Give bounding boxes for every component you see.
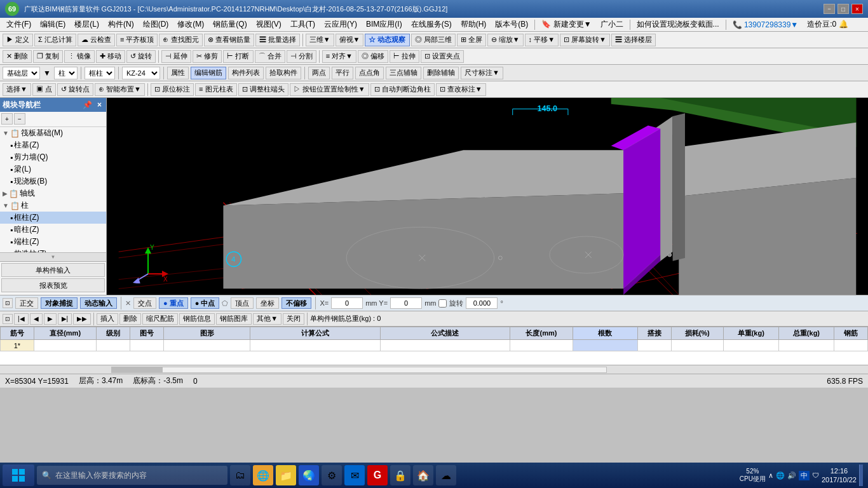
btn-nav-last[interactable]: ▶| [58, 313, 72, 325]
btn-dimension[interactable]: 尺寸标注▼ [461, 67, 503, 79]
sidebar-add-btn[interactable]: + [1, 113, 13, 125]
btn-point-mode[interactable]: ▣ 点 [32, 83, 56, 96]
minimize-button[interactable]: － [824, 4, 835, 14]
tray-show-desktop[interactable] [859, 464, 863, 486]
btn-rotate[interactable]: ↺ 旋转 [126, 50, 156, 63]
start-button[interactable] [3, 464, 34, 486]
btn-report-preview[interactable]: 报表预览 [1, 278, 105, 292]
btn-merge[interactable]: ⌒ 合并 [255, 50, 285, 63]
rebar-table-scrollbar[interactable] [0, 365, 868, 374]
btn-move[interactable]: ✚ 移动 [96, 50, 125, 63]
tree-item-column-base[interactable]: ▪柱基(Z) [0, 139, 106, 151]
taskbar-icon-g[interactable]: G [367, 465, 388, 485]
btn-coordinate[interactable]: 坐标 [256, 297, 279, 309]
btn-rebar-other[interactable]: 其他▼ [253, 313, 281, 325]
td-overlap[interactable] [637, 340, 671, 351]
taskbar-icon-settings[interactable]: ⚙ [322, 465, 342, 485]
taskbar-icon-ie[interactable]: 🌏 [299, 465, 319, 485]
btn-rebar-library[interactable]: 钢筋图库 [216, 313, 252, 325]
btn-pickup[interactable]: 拾取构件 [266, 67, 301, 79]
td-formula[interactable] [250, 340, 380, 351]
tree-item-foundations[interactable]: ▼📋筏板基础(M) [0, 127, 106, 139]
btn-view-rebar[interactable]: ⊗ 查看钢筋量 [204, 34, 254, 46]
btn-delete[interactable]: ✕ 删除 [3, 50, 32, 63]
tree-item-shear-wall-f[interactable]: ▪剪力墙(Q) [0, 151, 106, 163]
btn-mirror[interactable]: ⋮ 镜像 [64, 50, 95, 63]
btn-copy[interactable]: ❐ 复制 [33, 50, 63, 63]
btn-trim[interactable]: ✂ 修剪 [193, 50, 222, 63]
btn-single-input[interactable]: 单构件输入 [1, 263, 105, 277]
tray-arrow[interactable]: ∧ [768, 471, 773, 480]
taskbar-icon-view[interactable]: 🗂 [230, 465, 250, 485]
btn-break[interactable]: ⊢ 打断 [223, 50, 253, 63]
tree-item-beam-f[interactable]: ▪梁(L) [0, 163, 106, 175]
btn-zoom[interactable]: ⊖ 缩放▼ [487, 34, 524, 46]
btn-pan[interactable]: ↕ 平移▼ [525, 34, 559, 46]
btn-fullscreen[interactable]: ⊞ 全屏 [457, 34, 486, 46]
btn-point-angle[interactable]: 点点角 [355, 67, 384, 79]
btn-calculate[interactable]: Σ 汇总计算 [34, 34, 76, 46]
taskbar-icon-browser[interactable]: 🌐 [253, 465, 273, 485]
select-element-type[interactable]: 框柱 [85, 67, 115, 79]
input-x[interactable] [331, 297, 363, 309]
td-rebar-type[interactable] [834, 340, 868, 351]
menu-view[interactable]: 视图(V) [252, 18, 285, 30]
btn-nav-next[interactable]: ▶ [44, 313, 57, 325]
btn-attribute[interactable]: 属性 [167, 67, 189, 79]
menu-version[interactable]: 版本号(B) [491, 18, 532, 30]
btn-intersection[interactable]: 交点 [133, 297, 156, 309]
btn-select-mode[interactable]: 选择▼ [3, 83, 31, 96]
td-shape-no[interactable] [130, 340, 164, 351]
menu-component[interactable]: 构件(N) [104, 18, 138, 30]
btn-auto-corner[interactable]: ⊡ 自动判断边角柱 [370, 83, 435, 96]
btn-nav-forward[interactable]: ▶▶ [73, 313, 91, 325]
menu-help[interactable]: 帮助(H) [457, 18, 491, 30]
btn-top-view[interactable]: 俯视▼ [336, 34, 364, 46]
sidebar-scrollbar[interactable]: ▼ [0, 252, 106, 261]
btn-rotate-point[interactable]: ↺ 旋转点 [57, 83, 93, 96]
btn-adjust-column-end[interactable]: ⊡ 调整柱端头 [238, 83, 288, 96]
tree-item-end-column[interactable]: ▪端柱(Z) [0, 236, 106, 248]
menu-draw[interactable]: 绘图(D) [139, 18, 173, 30]
btn-rebar-delete[interactable]: 删除 [119, 313, 141, 325]
menu-cloud[interactable]: 云应用(Y) [320, 18, 361, 30]
btn-smart-layout[interactable]: ⊕ 智能布置▼ [95, 83, 145, 96]
btn-find-element[interactable]: ⊕ 查找图元 [159, 34, 202, 46]
menu-guangxiao[interactable]: 广小二 [597, 18, 627, 30]
tree-item-cast-slab[interactable]: ▪现浇板(B) [0, 175, 106, 187]
btn-dynamic-input[interactable]: 动态输入 [80, 297, 117, 309]
btn-two-point[interactable]: 两点 [308, 67, 330, 79]
checkbox-rotate[interactable] [438, 299, 447, 308]
btn-midpoint-heavy[interactable]: ● 重点 [159, 297, 188, 309]
menu-bim[interactable]: BIM应用(I) [362, 18, 406, 30]
menu-new-change[interactable]: 🔖 新建变更▼ [538, 18, 595, 30]
menu-phone[interactable]: 📞 13907298339▼ [729, 20, 803, 30]
select-level[interactable]: 基础层 [3, 67, 40, 79]
sidebar-minus-btn[interactable]: − [14, 113, 25, 125]
btn-align[interactable]: ≡ 对齐▼ [322, 50, 356, 63]
btn-parallel[interactable]: 平行 [332, 67, 353, 79]
tree-item-struct-column[interactable]: ▪构造柱(Z) [0, 248, 106, 252]
btn-coord-expand[interactable]: ⊡ [3, 298, 13, 308]
btn-define[interactable]: ▶ 定义 [3, 34, 33, 46]
btn-check-annotation[interactable]: ⊡ 查改标注▼ [436, 83, 486, 96]
td-unit-weight[interactable] [723, 340, 778, 351]
sidebar-pin-btn[interactable]: 📌 [81, 100, 94, 109]
btn-screen-rotate[interactable]: ⊡ 屏幕旋转▼ [560, 34, 610, 46]
menu-floor[interactable]: 楼层(L) [71, 18, 103, 30]
td-loss[interactable] [671, 340, 723, 351]
btn-cloud-check[interactable]: ☁ 云检查 [78, 34, 115, 46]
taskbar-icon-folder[interactable]: 📁 [276, 465, 296, 485]
td-total-weight[interactable] [778, 340, 834, 351]
restore-button[interactable]: □ [837, 4, 849, 14]
btn-rebar-insert[interactable]: 插入 [97, 313, 118, 325]
btn-nav-first[interactable]: |◀ [14, 313, 29, 325]
btn-object-snap[interactable]: 对象捕捉 [41, 297, 78, 309]
btn-stretch[interactable]: ⊢ 拉伸 [390, 50, 419, 63]
btn-level-top[interactable]: ≡ 平齐板顶 [116, 34, 158, 46]
btn-scale-rebar[interactable]: 缩尺配筋 [142, 313, 178, 325]
btn-partial-3d[interactable]: ◎ 局部三维 [411, 34, 456, 46]
btn-batch-select[interactable]: ☰ 批量选择 [255, 34, 300, 46]
btn-offset[interactable]: ◎ 偏移 [358, 50, 388, 63]
btn-vertex[interactable]: 顶点 [231, 297, 254, 309]
